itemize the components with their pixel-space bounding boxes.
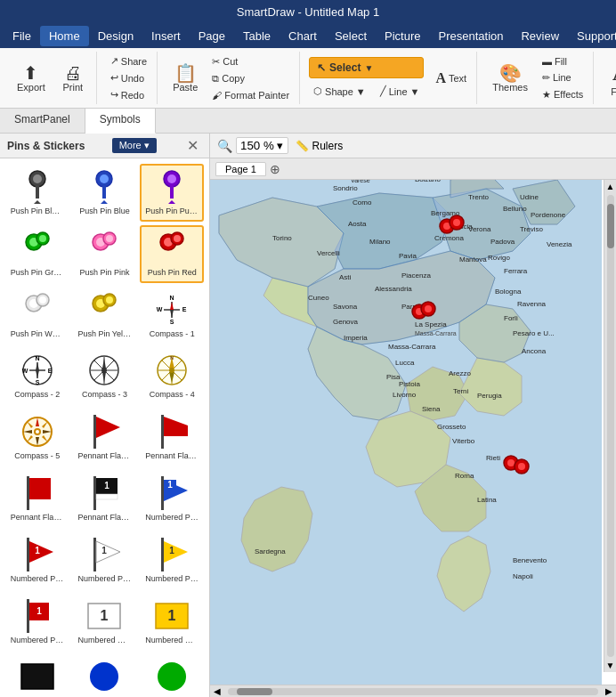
symbol-numbered-pennant-2[interactable]: 1 Numbered Penna... (5, 531, 69, 589)
symbol-compass-1[interactable]: N E W S Compass - 1 (140, 287, 204, 344)
select-button[interactable]: ↖ Select ▼ (309, 57, 424, 78)
scroll-up-arrow[interactable]: ▲ (604, 180, 616, 193)
symbol-compass-2[interactable]: N E W S Compass - 2 (5, 347, 69, 405)
symbol-compass-4[interactable]: N Compass - 4 (140, 347, 204, 405)
fill-button[interactable]: ▬ Fill (538, 54, 588, 69)
line-button[interactable]: ╱ Line ▼ (376, 84, 425, 99)
line2-button[interactable]: ✏ Line (538, 70, 588, 85)
left-panel: Pins & Stickers More ▾ ✕ (0, 134, 210, 697)
symbol-dot-sticker-blue[interactable]: Dot Sticker Blue (73, 653, 137, 697)
symbol-push-pin-black[interactable]: Push Pin Black (5, 164, 69, 222)
text-button[interactable]: A Text (431, 69, 471, 88)
canvas[interactable]: Aosta Torino Vercelli Asti Cuneo Savona … (210, 180, 616, 685)
horizontal-scrollbar[interactable]: ◀ ▶ (210, 685, 616, 697)
paste-button[interactable]: 📋 Paste (166, 61, 204, 96)
symbol-img-push-pin-purple (150, 169, 193, 205)
svg-text:Benevento: Benevento (513, 556, 547, 564)
symbol-numbered-rect-3[interactable]: Numbered Recta... (5, 653, 69, 697)
menu-home[interactable]: Home (40, 26, 89, 46)
format-painter-button[interactable]: 🖌 Format Painter (207, 88, 294, 102)
symbol-push-pin-green[interactable]: Push Pin Green (5, 225, 69, 283)
menu-support[interactable]: Support (568, 26, 616, 46)
menu-select-text[interactable]: Select (326, 26, 376, 46)
v-scroll-track[interactable] (607, 195, 614, 657)
cut-button[interactable]: ✂ Cut (207, 54, 294, 69)
symbol-label-push-pin-pink: Push Pin Pink (79, 268, 129, 278)
h-scroll-track[interactable] (228, 688, 598, 695)
menu-table[interactable]: Table (234, 26, 280, 46)
svg-point-1 (33, 174, 42, 183)
title-bar: SmartDraw - Untitled Map 1 (0, 0, 616, 23)
svg-text:Aosta: Aosta (348, 220, 367, 228)
undo-button[interactable]: ↩ Undo (106, 70, 151, 85)
rulers-icon: 📏 (296, 140, 309, 152)
symbol-push-pin-pink[interactable]: Push Pin Pink (73, 225, 137, 283)
symbol-numbered-pennant-1[interactable]: 1 Numbered Penna... (140, 470, 204, 528)
symbol-pennant-flag-4[interactable]: 1 Pennant Flag - 4 (73, 470, 137, 528)
symbol-numbered-rect-1[interactable]: 1 Numbered Recta... (73, 593, 137, 651)
symbol-img-compass-3 (83, 353, 126, 388)
more-button[interactable]: More ▾ (112, 138, 157, 153)
svg-rect-79 (161, 415, 164, 449)
menu-design[interactable]: Design (89, 26, 142, 46)
font-button[interactable]: A Font (603, 56, 616, 101)
symbol-pennant-flag-1[interactable]: Pennant Flag - 1 (73, 409, 137, 466)
print-button[interactable]: 🖨 Print (55, 61, 91, 96)
v-scroll-thumb[interactable] (607, 204, 614, 248)
symbol-label-compass-3: Compass - 3 (82, 390, 127, 400)
menu-page[interactable]: Page (190, 26, 234, 46)
h-scroll-thumb[interactable] (237, 688, 272, 695)
copy-button[interactable]: ⧉ Copy (207, 71, 294, 86)
symbol-img-numbered-rect-3 (16, 659, 59, 694)
menu-picture[interactable]: Picture (376, 26, 429, 46)
symbol-push-pin-white[interactable]: Push Pin White (5, 287, 69, 344)
fill-icon: ▬ (542, 56, 552, 67)
vertical-scrollbar[interactable]: ▲ ▼ (604, 180, 616, 672)
symbol-numbered-pennant-5[interactable]: 1 Numbered Penna... (5, 593, 69, 651)
symbol-push-pin-purple[interactable]: Push Pin Purple (140, 164, 204, 222)
scroll-left-arrow[interactable]: ◀ (210, 686, 224, 696)
menu-file[interactable]: File (4, 26, 40, 46)
tab-smartpanel[interactable]: SmartPanel (0, 109, 85, 133)
symbol-push-pin-yellow[interactable]: Push Pin Yellow (73, 287, 137, 344)
add-page-button[interactable]: ⊕ (270, 162, 280, 176)
menu-presentation[interactable]: Presentation (429, 26, 512, 46)
effects-button[interactable]: ★ Effects (538, 87, 588, 102)
symbol-compass-3[interactable]: Compass - 3 (73, 347, 137, 405)
shape-button[interactable]: ⬡ Shape ▼ (309, 84, 370, 99)
symbol-label-push-pin-blue: Push Pin Blue (79, 207, 130, 216)
svg-rect-83 (93, 476, 96, 510)
symbol-numbered-pennant-3[interactable]: 1 Numbered Penna... (73, 531, 137, 589)
svg-text:Napoli: Napoli (513, 572, 533, 580)
export-button[interactable]: ⬆ Export (11, 61, 52, 96)
styles-button[interactable]: 🎨 Themes (486, 61, 534, 96)
symbol-label-numbered-pennant-5: Numbered Penna... (11, 636, 64, 645)
scroll-down-arrow[interactable]: ▼ (604, 659, 616, 672)
panel-close-button[interactable]: ✕ (183, 137, 202, 154)
font-icon: A (612, 60, 616, 86)
share-button[interactable]: ↗ Share (106, 53, 151, 69)
format-painter-icon: 🖌 (212, 90, 222, 101)
symbol-numbered-pennant-4[interactable]: 1 Numbered Penna... (140, 531, 204, 589)
symbol-img-numbered-pennant-5: 1 (16, 598, 59, 634)
symbol-pennant-flag-2[interactable]: Pennant Flag - 2 (140, 409, 204, 466)
symbol-compass-5[interactable]: Compass - 5 (5, 409, 69, 466)
symbols-scroll[interactable]: Push Pin Black Push Pin Blue (0, 158, 209, 697)
svg-point-19 (106, 235, 113, 242)
page-tab-1[interactable]: Page 1 (215, 162, 266, 176)
zoom-dropdown-button[interactable]: 150 % ▾ (236, 137, 288, 154)
tab-symbols[interactable]: Symbols (85, 109, 156, 134)
symbol-push-pin-red[interactable]: Push Pin Red (140, 225, 204, 283)
redo-button[interactable]: ↪ Redo (106, 87, 151, 102)
symbol-pennant-flag-3[interactable]: Pennant Flag - 3 (5, 470, 69, 528)
svg-text:Udine: Udine (520, 193, 539, 201)
scroll-right-arrow[interactable]: ▶ (602, 686, 616, 696)
symbol-numbered-rect-2[interactable]: 1 Numbered Recta... (140, 593, 204, 651)
symbol-dot-sticker-green[interactable]: Dot Sticker Green (140, 653, 204, 697)
svg-text:E: E (47, 368, 52, 374)
rulers-button[interactable]: 📏 Rulers (296, 140, 344, 152)
menu-insert[interactable]: Insert (142, 26, 190, 46)
menu-chart[interactable]: Chart (280, 26, 326, 46)
symbol-push-pin-blue[interactable]: Push Pin Blue (73, 164, 137, 222)
menu-review[interactable]: Review (512, 26, 568, 46)
